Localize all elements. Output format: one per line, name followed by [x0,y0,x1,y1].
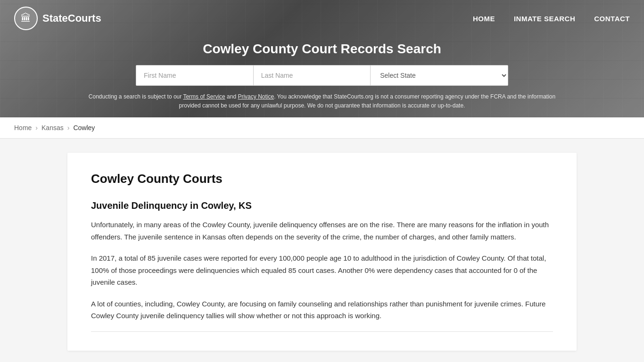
breadcrumb-home[interactable]: Home [14,124,32,132]
terms-link[interactable]: Terms of Service [183,93,225,100]
logo-icon: 🏛 [14,7,38,30]
state-select[interactable]: Select State Alabama Alaska Arizona Arka… [371,66,508,85]
content-para-1: Unfortunately, in many areas of the Cowl… [91,219,553,243]
content-divider [91,331,553,332]
nav-home[interactable]: HOME [473,15,495,23]
last-name-input[interactable] [254,66,371,85]
logo-text: StateCourts [42,12,101,25]
search-bar: Select State Alabama Alaska Arizona Arka… [136,65,508,86]
hero-content: 🏛 StateCourts HOME INMATE SEARCH CONTACT… [0,0,644,117]
nav-links: HOME INMATE SEARCH CONTACT [473,15,630,23]
disclaimer-text: Conducting a search is subject to our Te… [86,92,558,110]
content-para-2: In 2017, a total of 85 juvenile cases we… [91,252,553,288]
navbar: 🏛 StateCourts HOME INMATE SEARCH CONTACT [0,0,644,37]
content-para-3: A lot of counties, including, Cowley Cou… [91,298,553,322]
content-card: Cowley County Courts Juvenile Delinquenc… [67,153,577,351]
first-name-input[interactable] [136,66,253,85]
site-logo[interactable]: 🏛 StateCourts [14,7,101,30]
privacy-link[interactable]: Privacy Notice [238,93,274,100]
breadcrumb: Home › Kansas › Cowley [0,117,644,139]
breadcrumb-county: Cowley [73,124,95,132]
search-section: Cowley County Court Records Search Selec… [0,37,644,117]
breadcrumb-state[interactable]: Kansas [41,124,64,132]
content-title: Cowley County Courts [91,172,553,186]
page-title: Cowley County Court Records Search [9,41,635,57]
breadcrumb-sep-2: › [67,124,70,132]
nav-inmate-search[interactable]: INMATE SEARCH [514,15,575,23]
hero-section: 🏛 StateCourts HOME INMATE SEARCH CONTACT… [0,0,644,117]
nav-contact[interactable]: CONTACT [594,15,630,23]
breadcrumb-sep-1: › [35,124,38,132]
content-subtitle: Juvenile Delinquency in Cowley, KS [91,200,553,211]
main-wrapper: Cowley County Courts Juvenile Delinquenc… [49,153,595,351]
